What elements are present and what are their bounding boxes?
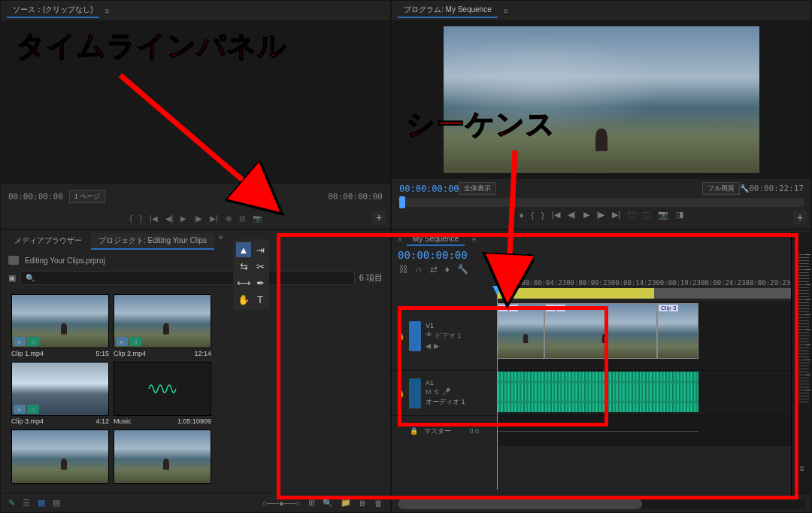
video-track-1: 🔒 V1 👁ビデオ 1 ◀▶ Clip 1 Clip 2 Clip 3 bbox=[392, 302, 811, 371]
go-out-icon[interactable]: ▶| bbox=[612, 210, 620, 220]
type-tool[interactable]: T bbox=[253, 292, 268, 307]
clip-thumbnail[interactable]: ▸♫ Clip 2.mp412:14 bbox=[114, 294, 211, 357]
project-panel: メディアブラウザー プロジェクト: Editing Your Clips ≡ E… bbox=[0, 229, 391, 513]
link-icon[interactable]: ⇄ bbox=[430, 264, 438, 275]
a1-target[interactable]: A1 bbox=[426, 379, 465, 387]
sequence-tab[interactable]: My Sequence bbox=[407, 233, 465, 246]
razor-tool[interactable]: ✂ bbox=[253, 259, 268, 274]
item-count: 6 項目 bbox=[359, 272, 383, 284]
marker-icon[interactable]: ♦ bbox=[445, 264, 450, 275]
video-clip-3[interactable]: Clip 3 bbox=[657, 303, 698, 359]
new-item-icon[interactable]: 🗏 bbox=[359, 499, 367, 508]
hand-tool[interactable]: ✋ bbox=[236, 292, 251, 307]
time-ruler[interactable]: :00:0000:00:04:2300:00:09:2300:00:14:230… bbox=[392, 278, 811, 288]
magnet-icon[interactable]: ∩ bbox=[416, 264, 423, 275]
mic-icon[interactable]: 🎤 bbox=[442, 388, 450, 396]
mark-out-icon[interactable]: } bbox=[541, 211, 544, 220]
freeform-view-icon[interactable]: ▤ bbox=[53, 498, 60, 508]
track-select-tool[interactable]: ⇥ bbox=[253, 242, 268, 257]
auto-seq-icon[interactable]: ⊞ bbox=[308, 498, 315, 508]
audio-meters: S bbox=[791, 232, 812, 495]
lift-icon[interactable]: ⬚ bbox=[628, 210, 635, 220]
source-tab[interactable]: ソース：(クリップなし) bbox=[7, 3, 99, 18]
extract-icon[interactable]: ⬚ bbox=[643, 210, 650, 220]
icon-view-icon[interactable]: ▦ bbox=[38, 498, 45, 508]
panel-menu-icon[interactable]: ≡ bbox=[219, 233, 223, 250]
v1-label: ビデオ 1 bbox=[435, 331, 462, 341]
snap-icon[interactable]: ⛓ bbox=[399, 264, 408, 275]
trash-icon[interactable]: 🗑 bbox=[374, 499, 383, 508]
quality-dropdown[interactable]: フル画質 bbox=[702, 182, 740, 195]
program-tab[interactable]: プログラム: My Sequence bbox=[398, 3, 498, 18]
master-track: 🔒 マスター 0.0 bbox=[392, 416, 811, 446]
program-timecode-right: 00:00:22:17 bbox=[749, 184, 804, 193]
find-icon[interactable]: 🔍 bbox=[323, 498, 333, 508]
eye-icon[interactable]: 👁 bbox=[426, 331, 432, 341]
pen-tool[interactable]: ✒ bbox=[253, 275, 268, 290]
button-editor-plus[interactable]: + bbox=[372, 211, 386, 224]
export-frame-icon[interactable]: 📷 bbox=[658, 210, 668, 220]
solo-button[interactable]: S bbox=[435, 388, 439, 396]
video-clip-2[interactable]: Clip 2 bbox=[544, 303, 657, 359]
audio-track-1: 🔒 A1 M S 🎤 オーディオ 1 bbox=[392, 371, 811, 416]
meter-solo[interactable]: S bbox=[795, 465, 809, 472]
master-level: 0.0 bbox=[469, 427, 479, 435]
v1-target[interactable]: V1 bbox=[426, 322, 462, 329]
panel-menu-icon[interactable]: ≡ bbox=[105, 7, 110, 15]
timeline-panel: × My Sequence ≡ 00:00:00:00 ⛓ ∩ ⇄ ♦ 🔧 :0… bbox=[391, 229, 812, 513]
master-label: マスター bbox=[424, 426, 451, 436]
annotation-sequence: シーケンス bbox=[406, 105, 556, 144]
zoom-slider[interactable]: ○──●──○ bbox=[262, 499, 301, 508]
timeline-timecode[interactable]: 00:00:00:00 bbox=[392, 249, 811, 261]
clip-thumbnail[interactable]: ▸♫ Clip 1.mp45:15 bbox=[11, 294, 109, 357]
work-area-bar[interactable] bbox=[497, 288, 811, 299]
button-editor-plus[interactable]: + bbox=[793, 211, 807, 224]
pen-icon[interactable]: ✎ bbox=[8, 498, 15, 508]
program-scrubber[interactable] bbox=[399, 198, 804, 207]
wrench-icon[interactable]: 🔧 bbox=[740, 184, 749, 193]
clip-thumbnail[interactable] bbox=[114, 430, 211, 484]
audio-clip-1[interactable] bbox=[497, 372, 698, 412]
project-filename: Editing Your Clips.prproj bbox=[25, 256, 105, 265]
arrow-to-timeline bbox=[113, 68, 293, 226]
audio-thumbnail[interactable]: Music1:05:10909 bbox=[114, 362, 211, 425]
slip-tool[interactable]: ⟷ bbox=[236, 275, 251, 290]
tools-panel: ▲ ⇥ ⇆ ✂ ⟷ ✒ ✋ T bbox=[233, 239, 269, 310]
source-page-dropdown[interactable]: 1 ページ bbox=[69, 190, 106, 203]
compare-icon[interactable]: ◨ bbox=[676, 210, 683, 220]
lock-icon[interactable]: 🔒 bbox=[396, 390, 404, 397]
lock-icon[interactable]: 🔒 bbox=[396, 332, 404, 340]
panel-menu-icon[interactable]: ≡ bbox=[504, 7, 508, 15]
step-fwd-icon[interactable]: |▶ bbox=[597, 210, 605, 220]
step-back-icon[interactable]: ◀| bbox=[568, 210, 576, 220]
svg-line-2 bbox=[508, 150, 515, 301]
new-bin-icon[interactable]: 📁 bbox=[341, 498, 351, 508]
selection-tool[interactable]: ▲ bbox=[236, 242, 251, 257]
clip-thumbnail[interactable]: ▸♫ Clip 3.mp44:12 bbox=[11, 362, 109, 425]
bin-icon bbox=[8, 256, 19, 265]
program-timecode-left[interactable]: 00:00:00:00 bbox=[399, 184, 459, 194]
search-input[interactable] bbox=[20, 271, 355, 285]
a1-source-toggle[interactable] bbox=[409, 378, 421, 408]
source-timecode-left: 00:00:00:00 bbox=[8, 192, 63, 202]
arrow-to-sequence bbox=[474, 147, 534, 312]
mute-button[interactable]: M bbox=[426, 388, 432, 396]
project-tab[interactable]: プロジェクト: Editing Your Clips bbox=[91, 233, 214, 250]
media-browser-tab[interactable]: メディアブラウザー bbox=[7, 233, 89, 250]
source-timecode-right: 00:00:00:00 bbox=[328, 192, 383, 202]
filter-bin-icon[interactable]: ▣ bbox=[8, 273, 16, 283]
lock-icon[interactable]: 🔒 bbox=[410, 427, 418, 435]
a1-label: オーディオ 1 bbox=[426, 397, 465, 407]
svg-line-1 bbox=[120, 75, 278, 211]
play-icon[interactable]: ▶ bbox=[583, 210, 589, 220]
ripple-edit-tool[interactable]: ⇆ bbox=[236, 259, 251, 274]
list-view-icon[interactable]: ☰ bbox=[23, 498, 30, 508]
annotation-timeline-panel: タイムラインパネル bbox=[17, 27, 287, 65]
settings-icon[interactable]: 🔧 bbox=[457, 264, 468, 275]
go-in-icon[interactable]: |◀ bbox=[552, 210, 560, 220]
v1-source-toggle[interactable] bbox=[409, 321, 421, 351]
clip-thumbnail[interactable] bbox=[11, 430, 109, 484]
timeline-zoom-scroll[interactable] bbox=[398, 499, 805, 509]
